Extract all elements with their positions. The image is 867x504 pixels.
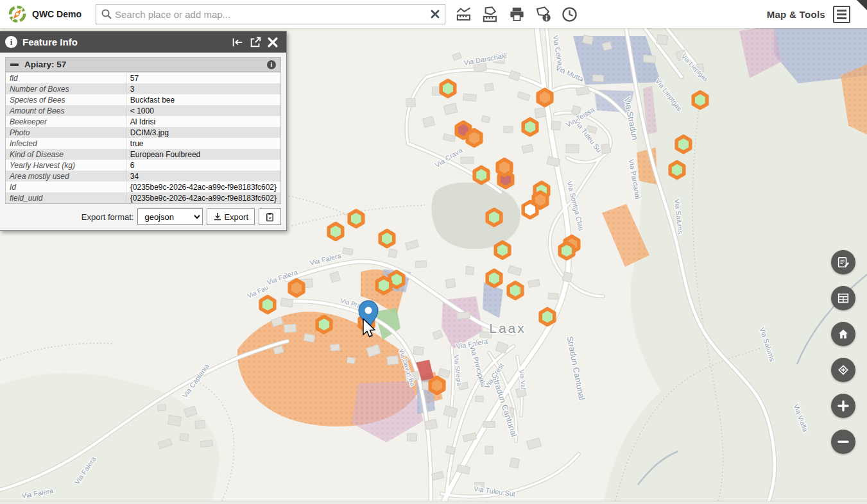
building (485, 83, 494, 92)
attribute-label: Yearly Harvest (kg) (6, 160, 126, 171)
collapse-icon[interactable] (10, 63, 19, 66)
attribute-value: 6 (126, 160, 280, 171)
apiary-hexagon-marker[interactable] (560, 243, 574, 259)
time-manager-icon[interactable] (560, 4, 579, 24)
attribute-label: Kind of Disease (6, 149, 126, 160)
attribute-value: 3 (126, 83, 280, 94)
search-input[interactable] (112, 9, 425, 20)
table-icon (837, 292, 850, 305)
apiary-hexagon-marker[interactable] (467, 130, 481, 146)
detach-icon[interactable] (246, 36, 264, 49)
panel-title: Feature Info (22, 37, 228, 47)
qwc-compass-logo-icon (8, 4, 27, 24)
attribute-table-button[interactable] (831, 286, 855, 310)
attribute-value: 57 (126, 72, 280, 84)
map-tools-label[interactable]: Map & Tools (767, 9, 825, 20)
sketch-icon (837, 256, 850, 269)
apiary-hexagon-marker[interactable] (497, 160, 511, 176)
attribute-row: Infectedtrue (6, 138, 281, 149)
clipboard-icon (265, 212, 275, 222)
building (510, 458, 519, 468)
building (463, 94, 477, 101)
building (476, 396, 483, 401)
apiary-hexagon-marker[interactable] (487, 271, 501, 287)
building (388, 249, 397, 258)
identify-region-icon[interactable] (533, 4, 553, 24)
attribute-value: DCIM/3.jpg (126, 127, 280, 138)
zoom-out-button[interactable] (831, 430, 855, 454)
apiary-hexagon-marker[interactable] (474, 167, 488, 183)
crosshair-icon (837, 364, 850, 376)
apiary-hexagon-marker[interactable] (380, 231, 394, 247)
attribute-row: Area mostly used34 (6, 171, 281, 181)
measure-area-icon[interactable] (481, 4, 501, 24)
minus-icon (837, 436, 849, 448)
apiary-hexagon-marker[interactable] (289, 280, 304, 296)
measure-icon[interactable] (454, 4, 474, 24)
feature-info-icon[interactable]: i (267, 60, 276, 69)
building (643, 55, 656, 63)
app-menu-button[interactable] (833, 6, 850, 23)
feature-info-header: i Feature Info (0, 31, 286, 53)
export-button[interactable]: Export (207, 208, 255, 225)
apiary-hexagon-marker[interactable] (523, 119, 537, 135)
toolbar-tools (454, 4, 579, 24)
attribute-row: PhotoDCIM/3.jpg (6, 127, 281, 138)
dock-icon[interactable] (228, 36, 246, 49)
apiary-hexagon-marker[interactable] (441, 81, 455, 97)
attribute-label: field_uuid (6, 192, 126, 204)
attribute-label: Amount of Bees (6, 105, 126, 116)
apiary-hexagon-marker[interactable] (317, 317, 331, 333)
map-controls (831, 250, 855, 454)
attribute-label: Number of Boxes (6, 83, 126, 94)
attribute-row: Kind of DiseaseEuropean Foulbreed (6, 149, 281, 160)
export-format-label: Export format: (82, 212, 134, 222)
search-icon (101, 8, 112, 20)
print-icon[interactable] (507, 4, 527, 24)
attribute-row: Amount of Bees< 1000 (6, 105, 281, 116)
clipboard-button[interactable] (259, 208, 281, 225)
feature-info-body: Apiary: 57 i fid57Number of Boxes3Specie… (0, 53, 286, 230)
building (657, 35, 668, 45)
locate-button[interactable] (831, 358, 855, 382)
app-logo: QWC Demo (0, 4, 90, 24)
apiary-hexagon-marker[interactable] (261, 297, 275, 313)
attribute-value: {0235be9c-2026-42ac-a99c-f9e8183fc602} (126, 181, 280, 192)
building (528, 280, 540, 288)
building (445, 279, 456, 289)
apiary-hexagon-marker[interactable] (487, 210, 501, 226)
building (330, 344, 340, 351)
attribute-row: field_uuid{0235be9c-2026-42ac-a99c-f9e81… (6, 192, 281, 204)
apiary-hexagon-marker[interactable] (540, 309, 554, 325)
search-clear-icon[interactable] (425, 10, 445, 19)
apiary-hexagon-marker[interactable] (523, 202, 537, 218)
attribute-value: {0235be9c-2026-42ac-a99c-f9e8183fc602} (126, 192, 280, 204)
feature-section-header[interactable]: Apiary: 57 i (5, 57, 281, 72)
home-icon (837, 328, 850, 340)
building (158, 405, 166, 411)
building (535, 108, 546, 118)
apiary-hexagon-marker[interactable] (349, 211, 363, 227)
apiary-hexagon-marker[interactable] (693, 92, 707, 108)
apiary-hexagon-marker[interactable] (508, 283, 522, 299)
sketch-button[interactable] (831, 250, 855, 274)
apiary-hexagon-marker[interactable] (670, 162, 684, 178)
attribute-label: Species of Bees (6, 94, 126, 105)
apiary-hexagon-marker[interactable] (329, 224, 343, 240)
apiary-hexagon-marker[interactable] (676, 137, 691, 153)
building (343, 248, 353, 255)
home-button[interactable] (831, 322, 855, 346)
bottom-bar (0, 501, 867, 504)
zoom-in-button[interactable] (831, 394, 855, 418)
apiary-hexagon-marker[interactable] (377, 278, 391, 294)
landuse-polygon (603, 26, 867, 504)
close-icon[interactable] (264, 37, 281, 48)
apiary-hexagon-marker[interactable] (430, 378, 444, 394)
building (280, 298, 293, 308)
apiary-hexagon-marker[interactable] (538, 90, 552, 106)
export-format-select[interactable]: geojson (137, 208, 203, 225)
attribute-label: Beekeeper (6, 116, 126, 127)
building (304, 333, 315, 342)
building (415, 261, 427, 268)
apiary-hexagon-marker[interactable] (495, 242, 510, 258)
